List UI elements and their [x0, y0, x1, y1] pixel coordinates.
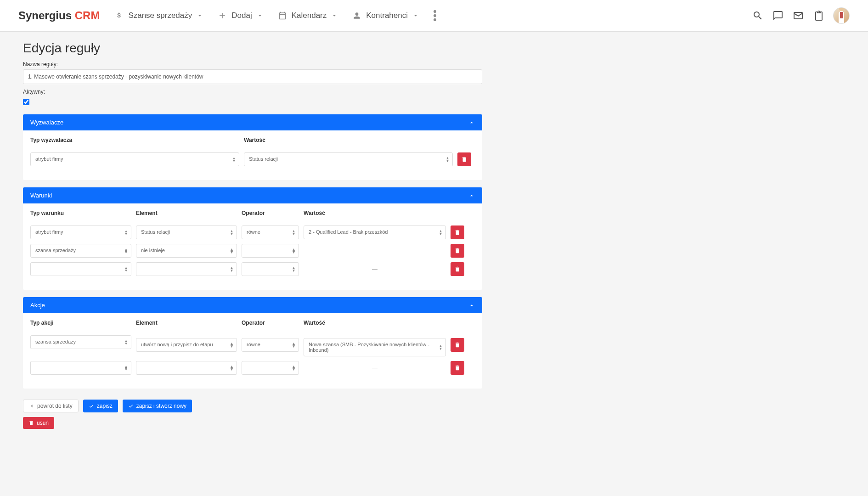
- save-button[interactable]: zapisz: [83, 400, 118, 412]
- trigger-value-select[interactable]: Status relacji▴▾: [244, 152, 453, 166]
- trash-icon: [28, 420, 34, 426]
- delete-action-button[interactable]: [451, 361, 464, 375]
- logo-sub: CRM: [75, 9, 100, 22]
- cond-value-select[interactable]: 2 - Qualified Lead - Brak przeszkód▴▾: [304, 225, 446, 239]
- chevron-up-icon: [468, 119, 475, 126]
- trash-icon: [454, 248, 461, 254]
- action-row: ▴▾ ▴▾ ▴▾ —: [30, 361, 475, 375]
- page-container: Edycja reguły Nazwa reguły: Aktywny: Wyz…: [0, 32, 505, 438]
- action-value-select[interactable]: Nowa szansa (SMB - Pozyskiwanie nowych k…: [304, 338, 446, 356]
- check-icon: [89, 403, 94, 409]
- actions-panel: Akcje Typ akcji Element Operator Wartość…: [23, 297, 482, 389]
- trigger-row: atrybut firmy▴▾ Status relacji▴▾: [30, 152, 475, 166]
- trigger-col-value: Wartość: [244, 137, 453, 143]
- delete-action-button[interactable]: [451, 338, 464, 352]
- cond-operator-select[interactable]: ▴▾: [242, 262, 299, 276]
- plus-icon: [218, 11, 227, 20]
- action-type-select[interactable]: szansa sprzedaży▴▾: [30, 335, 131, 349]
- nav-sales-opportunities[interactable]: Szanse sprzedaży: [114, 11, 203, 20]
- action-col-element: Element: [136, 320, 237, 326]
- clipboard-icon[interactable]: [813, 10, 824, 21]
- nav-sales-label: Szanse sprzedaży: [128, 11, 192, 20]
- action-row: szansa sprzedaży▴▾ utwórz nową i przypis…: [30, 335, 475, 356]
- save-new-label: zapisz i stwórz nowy: [136, 403, 186, 409]
- actions-title: Akcje: [30, 302, 45, 309]
- rule-name-input[interactable]: [23, 69, 482, 84]
- app-logo: Synergius CRM: [18, 9, 100, 22]
- trash-icon: [454, 365, 461, 371]
- chevron-down-icon: [257, 12, 263, 19]
- triggers-title: Wyzwalacze: [30, 119, 63, 126]
- conditions-header[interactable]: Warunki: [23, 187, 482, 203]
- action-type-select[interactable]: ▴▾: [30, 361, 131, 375]
- nav-contractors-label: Kontrahenci: [366, 11, 408, 20]
- chevron-up-icon: [468, 302, 475, 309]
- back-button[interactable]: powrót do listy: [23, 400, 79, 412]
- active-label: Aktywny:: [23, 89, 482, 95]
- cond-type-select[interactable]: ▴▾: [30, 262, 131, 276]
- cond-type-select[interactable]: atrybut firmy▴▾: [30, 225, 131, 239]
- action-col-operator: Operator: [242, 320, 299, 326]
- action-element-select[interactable]: ▴▾: [136, 361, 237, 375]
- save-and-new-button[interactable]: zapisz i stwórz nowy: [123, 400, 192, 412]
- triggers-panel: Wyzwalacze Typ wyzwalacza Wartość atrybu…: [23, 114, 482, 180]
- cond-operator-select[interactable]: ▴▾: [242, 244, 299, 258]
- nav-contractors[interactable]: Kontrahenci: [352, 11, 419, 20]
- mail-icon[interactable]: [793, 10, 804, 21]
- action-element-select[interactable]: utwórz nową i przypisz do etapu▴▾: [136, 338, 237, 352]
- cond-element-select[interactable]: Status relacji▴▾: [136, 225, 237, 239]
- action-operator-select[interactable]: ▴▾: [242, 361, 299, 375]
- nav-add[interactable]: Dodaj: [218, 11, 263, 20]
- cond-element-select[interactable]: ▴▾: [136, 262, 237, 276]
- trigger-type-select[interactable]: atrybut firmy▴▾: [30, 152, 239, 166]
- calendar-icon: [278, 11, 287, 20]
- delete-label: usuń: [37, 420, 49, 426]
- conditions-title: Warunki: [30, 192, 52, 199]
- cond-col-element: Element: [136, 210, 237, 216]
- more-menu[interactable]: [434, 10, 436, 21]
- delete-button[interactable]: usuń: [23, 417, 54, 429]
- nav-add-label: Dodaj: [231, 11, 252, 20]
- logo-main: Synergius: [18, 9, 72, 22]
- action-col-value: Wartość: [304, 320, 446, 326]
- delete-trigger-button[interactable]: [457, 152, 471, 166]
- chevron-down-icon: [412, 12, 419, 19]
- delete-condition-button[interactable]: [451, 225, 464, 239]
- page-title: Edycja reguły: [23, 41, 482, 56]
- cond-col-operator: Operator: [242, 210, 299, 216]
- search-icon[interactable]: [752, 10, 763, 21]
- condition-row: atrybut firmy▴▾ Status relacji▴▾ równe▴▾…: [30, 225, 475, 239]
- delete-condition-button[interactable]: [451, 262, 464, 276]
- user-avatar[interactable]: [833, 7, 850, 24]
- cond-element-select[interactable]: nie istnieje▴▾: [136, 244, 237, 258]
- chat-icon[interactable]: [772, 10, 783, 21]
- cond-type-select[interactable]: szansa sprzedaży▴▾: [30, 244, 131, 258]
- chevron-down-icon: [197, 12, 203, 19]
- actions-header[interactable]: Akcje: [23, 297, 482, 313]
- delete-condition-button[interactable]: [451, 244, 464, 258]
- trash-icon: [454, 266, 461, 272]
- action-value-empty: —: [304, 365, 446, 371]
- cond-value-empty: —: [304, 266, 446, 272]
- nav-calendar[interactable]: Kalendarz: [278, 11, 338, 20]
- chevron-left-icon: [29, 403, 34, 409]
- rule-name-label: Nazwa reguły:: [23, 61, 482, 68]
- conditions-panel: Warunki Typ warunku Element Operator War…: [23, 187, 482, 290]
- header-actions: [752, 7, 850, 24]
- cond-operator-select[interactable]: równe▴▾: [242, 225, 299, 239]
- app-header: Synergius CRM Szanse sprzedaży Dodaj Kal…: [0, 0, 868, 32]
- cond-col-value: Wartość: [304, 210, 446, 216]
- condition-row: szansa sprzedaży▴▾ nie istnieje▴▾ ▴▾ —: [30, 244, 475, 258]
- action-bar: powrót do listy zapisz zapisz i stwórz n…: [23, 400, 482, 412]
- nav-calendar-label: Kalendarz: [292, 11, 327, 20]
- action-col-type: Typ akcji: [30, 320, 131, 326]
- triggers-header[interactable]: Wyzwalacze: [23, 114, 482, 130]
- trigger-col-type: Typ wyzwalacza: [30, 137, 239, 143]
- active-checkbox[interactable]: [23, 99, 29, 105]
- action-operator-select[interactable]: równe▴▾: [242, 338, 299, 352]
- dollar-icon: [114, 11, 124, 20]
- trash-icon: [454, 229, 461, 236]
- trash-icon: [461, 156, 468, 163]
- condition-row: ▴▾ ▴▾ ▴▾ —: [30, 262, 475, 276]
- chevron-up-icon: [468, 192, 475, 199]
